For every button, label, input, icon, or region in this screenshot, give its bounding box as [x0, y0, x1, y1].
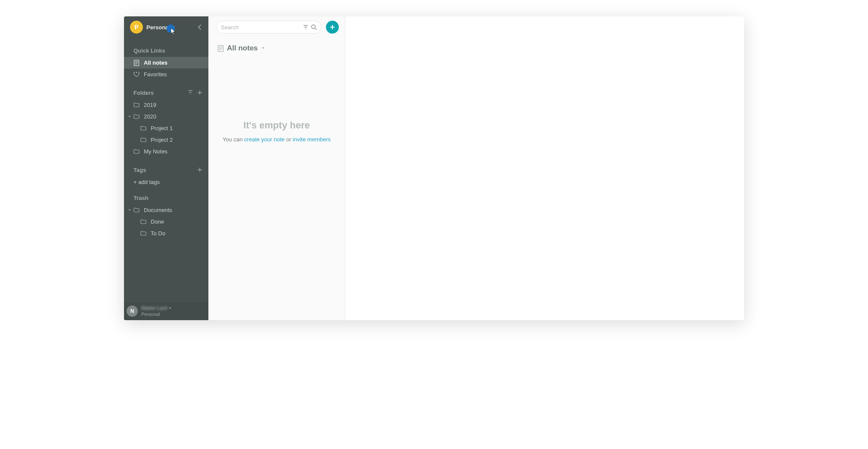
- note-list-column: All notes It's empty here You can create…: [208, 16, 345, 320]
- folder-icon: [140, 231, 146, 236]
- caret-down-icon[interactable]: [128, 209, 131, 212]
- new-note-button[interactable]: [326, 21, 339, 34]
- trash-todo[interactable]: To Do: [124, 228, 208, 239]
- filter-icon[interactable]: [303, 25, 308, 29]
- search-icon[interactable]: [311, 24, 317, 30]
- folder-label: Project 1: [151, 125, 173, 131]
- list-title-dropdown[interactable]: All notes: [208, 38, 345, 55]
- folders-header-label: Folders: [133, 90, 154, 96]
- folder-label: Project 2: [151, 137, 173, 143]
- folder-icon: [133, 103, 140, 107]
- empty-subtitle: You can create your note or invite membe…: [217, 136, 336, 143]
- folder-project-1[interactable]: Project 1: [124, 122, 208, 134]
- app-window: P Personal Quick Links All notes: [124, 16, 744, 320]
- folder-2019[interactable]: 2019: [124, 99, 208, 111]
- folder-icon: [140, 137, 146, 142]
- note-icon: [218, 45, 223, 52]
- list-title-label: All notes: [227, 44, 258, 53]
- add-folder-icon[interactable]: [197, 90, 202, 95]
- empty-state: It's empty here You can create your note…: [208, 120, 345, 143]
- folder-my-notes[interactable]: My Notes: [124, 146, 208, 157]
- collapse-sidebar-button[interactable]: [195, 23, 204, 31]
- quick-links-header: Quick Links: [124, 44, 208, 57]
- folder-icon: [133, 149, 140, 154]
- caret-down-icon[interactable]: [128, 115, 131, 118]
- highlight-badge: [167, 25, 175, 33]
- user-role: Personal: [141, 312, 172, 317]
- folders-header: Folders: [124, 86, 208, 99]
- folder-icon: [133, 114, 140, 119]
- empty-title: It's empty here: [217, 120, 336, 131]
- sidebar: P Personal Quick Links All notes: [124, 16, 208, 320]
- folder-icon: [140, 219, 146, 224]
- user-name: Name Last: [141, 306, 167, 311]
- note-icon: [133, 60, 140, 66]
- trash-documents[interactable]: Documents: [124, 204, 208, 216]
- sidebar-item-label: Favorites: [144, 71, 167, 78]
- search-field-wrap[interactable]: [216, 21, 322, 34]
- sidebar-item-label: All notes: [144, 59, 167, 66]
- folder-label: 2020: [144, 113, 156, 120]
- trash-done[interactable]: Done: [124, 216, 208, 228]
- svg-point-14: [312, 25, 316, 29]
- tags-header: Tags: [124, 163, 208, 176]
- add-tags-label: + add tags: [133, 179, 160, 185]
- add-tag-icon[interactable]: [197, 167, 202, 172]
- folder-icon: [133, 208, 140, 212]
- list-toolbar: [208, 16, 345, 38]
- chevron-down-icon[interactable]: [168, 307, 172, 310]
- empty-text-prefix: You can: [223, 136, 244, 143]
- add-tags-link[interactable]: + add tags: [124, 176, 208, 188]
- folder-label: My Notes: [144, 148, 167, 155]
- workspace-avatar[interactable]: P: [130, 21, 143, 34]
- editor-area: [345, 16, 744, 320]
- folder-label: 2019: [144, 102, 156, 108]
- sidebar-item-favorites[interactable]: Favorites: [124, 69, 208, 80]
- sidebar-item-all-notes[interactable]: All notes: [124, 57, 208, 69]
- user-avatar: N: [127, 306, 138, 317]
- chevron-down-icon: [261, 47, 265, 50]
- folder-label: Documents: [144, 207, 172, 213]
- svg-line-15: [315, 28, 316, 30]
- trash-header: Trash: [124, 191, 208, 204]
- search-input[interactable]: [221, 24, 303, 31]
- empty-text-mid: or: [285, 136, 293, 143]
- tags-header-label: Tags: [133, 167, 146, 173]
- sidebar-footer[interactable]: N Name Last Personal: [124, 302, 208, 320]
- heart-icon: [133, 72, 140, 77]
- folder-label: Done: [151, 218, 164, 225]
- sidebar-header: P Personal: [124, 16, 208, 38]
- folder-label: To Do: [151, 230, 165, 237]
- folder-project-2[interactable]: Project 2: [124, 134, 208, 146]
- create-note-link[interactable]: create your note: [244, 136, 285, 143]
- folder-2020[interactable]: 2020: [124, 111, 208, 122]
- invite-members-link[interactable]: invite members: [293, 136, 331, 143]
- sort-icon[interactable]: [188, 90, 193, 95]
- folder-icon: [140, 126, 146, 131]
